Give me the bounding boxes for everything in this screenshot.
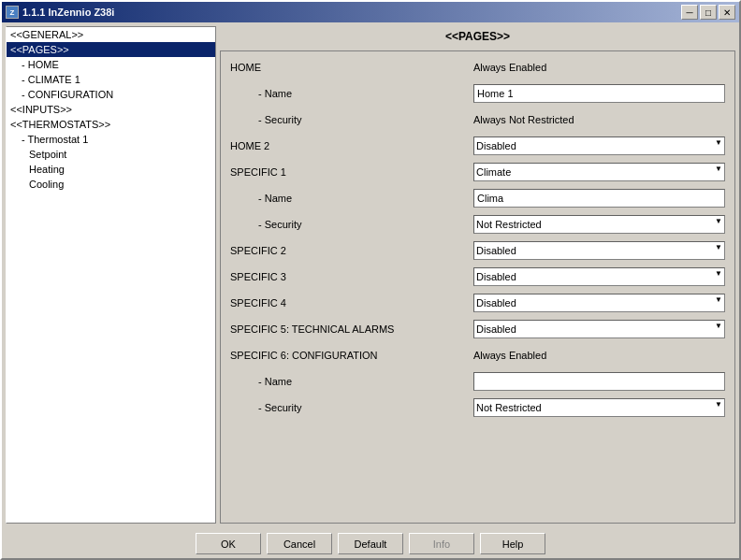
label-home2: HOME 2: [230, 140, 473, 151]
sidebar-item-thermostats[interactable]: <<THERMOSTATS>>: [7, 117, 215, 132]
value-home1-label: Always Enabled: [473, 62, 725, 73]
value-specific1-security[interactable]: Not RestrictedRestrictedAlways Not Restr…: [473, 215, 725, 234]
label-specific6-name: - Name: [230, 376, 473, 387]
titlebar-buttons: ─ □ ✕: [681, 5, 735, 20]
sidebar-item-inputs[interactable]: <<INPUTS>>: [7, 102, 215, 117]
right-panel: <<PAGES>> HOMEAlways Enabled- Name- Secu…: [220, 26, 735, 524]
select-specific3[interactable]: Always EnabledDisabledClimate: [473, 267, 725, 286]
select-wrapper-specific2: Always EnabledDisabledClimate: [473, 241, 725, 260]
select-wrapper-specific1: Always EnabledDisabledClimate: [473, 163, 725, 181]
label-specific5: SPECIFIC 5: TECHNICAL ALARMS: [230, 323, 473, 335]
value-home2[interactable]: Always EnabledDisabledClimate: [473, 136, 725, 155]
ok-button[interactable]: OK: [196, 533, 261, 554]
window-icon: Z: [6, 6, 19, 19]
sidebar: <<GENERAL>><<PAGES>>- HOME- CLIMATE 1- C…: [6, 26, 216, 524]
label-specific2: SPECIFIC 2: [230, 245, 473, 256]
label-specific3: SPECIFIC 3: [230, 271, 473, 282]
window-title: 1.1.1 InZennio Z38i: [22, 7, 114, 18]
select-wrapper-home2: Always EnabledDisabledClimate: [473, 136, 725, 155]
text-home1-label: Always Enabled: [473, 62, 546, 73]
input-home1-name-label[interactable]: [473, 84, 725, 103]
value-specific1-name[interactable]: [473, 189, 725, 208]
label-home1-name-label: - Name: [230, 88, 473, 99]
sidebar-item-configuration[interactable]: - CONFIGURATION: [7, 87, 215, 102]
info-button[interactable]: Info: [409, 533, 474, 554]
value-specific6-security[interactable]: Not RestrictedRestrictedAlways Not Restr…: [473, 398, 725, 417]
titlebar: Z 1.1.1 InZennio Z38i ─ □ ✕: [2, 2, 739, 22]
label-specific1-name: - Name: [230, 193, 473, 204]
label-home1-label: HOME: [230, 62, 473, 73]
text-home1-security-label: Always Not Restricted: [473, 114, 574, 125]
value-specific2[interactable]: Always EnabledDisabledClimate: [473, 241, 725, 260]
select-wrapper-specific5: Always EnabledDisabledClimate: [473, 320, 725, 338]
value-specific6-name[interactable]: [473, 372, 725, 391]
help-button[interactable]: Help: [480, 533, 545, 554]
form-row-specific1-name: - Name: [230, 188, 725, 208]
select-wrapper-specific3: Always EnabledDisabledClimate: [473, 267, 725, 286]
cancel-button[interactable]: Cancel: [267, 533, 332, 554]
form-row-specific6-name: - Name: [230, 371, 725, 392]
select-specific5[interactable]: Always EnabledDisabledClimate: [473, 320, 725, 338]
value-home1-security-label: Always Not Restricted: [473, 114, 725, 125]
value-specific6: Always Enabled: [473, 350, 725, 361]
value-specific5[interactable]: Always EnabledDisabledClimate: [473, 320, 725, 338]
value-home1-name-label[interactable]: [473, 84, 725, 103]
sidebar-item-climate1[interactable]: - CLIMATE 1: [7, 72, 215, 87]
form-row-specific6: SPECIFIC 6: CONFIGURATIONAlways Enabled: [230, 345, 725, 366]
form-row-specific5: SPECIFIC 5: TECHNICAL ALARMSAlways Enabl…: [230, 319, 725, 339]
close-button[interactable]: ✕: [719, 5, 735, 20]
label-home1-security-label: - Security: [230, 114, 473, 125]
label-specific6: SPECIFIC 6: CONFIGURATION: [230, 350, 473, 361]
form-row-home1-label: HOMEAlways Enabled: [230, 57, 725, 78]
form-row-specific1: SPECIFIC 1Always EnabledDisabledClimate: [230, 162, 725, 182]
label-specific1-security: - Security: [230, 219, 473, 230]
sidebar-item-setpoint[interactable]: Setpoint: [7, 147, 215, 162]
label-specific6-security: - Security: [230, 402, 473, 413]
text-specific6: Always Enabled: [473, 350, 546, 361]
sidebar-item-thermostat1[interactable]: - Thermostat 1: [7, 132, 215, 147]
select-wrapper-specific4: Always EnabledDisabledClimate: [473, 294, 725, 312]
pages-header: <<PAGES>>: [220, 26, 735, 47]
label-specific4: SPECIFIC 4: [230, 297, 473, 309]
main-content: <<GENERAL>><<PAGES>>- HOME- CLIMATE 1- C…: [2, 22, 739, 527]
select-home2[interactable]: Always EnabledDisabledClimate: [473, 136, 725, 155]
select-specific1[interactable]: Always EnabledDisabledClimate: [473, 163, 725, 181]
select-wrapper-specific6-security: Not RestrictedRestrictedAlways Not Restr…: [473, 398, 725, 417]
select-specific2[interactable]: Always EnabledDisabledClimate: [473, 241, 725, 260]
form-row-specific6-security: - SecurityNot RestrictedRestrictedAlways…: [230, 397, 725, 418]
input-specific1-name[interactable]: [473, 189, 725, 208]
select-specific1-security[interactable]: Not RestrictedRestrictedAlways Not Restr…: [473, 215, 725, 234]
sidebar-item-home[interactable]: - HOME: [7, 57, 215, 72]
select-specific4[interactable]: Always EnabledDisabledClimate: [473, 294, 725, 312]
sidebar-item-general[interactable]: <<GENERAL>>: [7, 27, 215, 42]
label-specific1: SPECIFIC 1: [230, 166, 473, 178]
main-window: Z 1.1.1 InZennio Z38i ─ □ ✕ <<GENERAL>><…: [0, 0, 741, 560]
bottom-bar: OK Cancel Default Info Help: [2, 527, 739, 558]
form-row-home2: HOME 2Always EnabledDisabledClimate: [230, 136, 725, 156]
sidebar-item-pages[interactable]: <<PAGES>>: [7, 42, 215, 57]
select-wrapper-specific1-security: Not RestrictedRestrictedAlways Not Restr…: [473, 215, 725, 234]
form-row-specific3: SPECIFIC 3Always EnabledDisabledClimate: [230, 266, 725, 287]
select-specific6-security[interactable]: Not RestrictedRestrictedAlways Not Restr…: [473, 398, 725, 417]
form-row-home1-name-label: - Name: [230, 83, 725, 104]
value-specific4[interactable]: Always EnabledDisabledClimate: [473, 294, 725, 312]
value-specific3[interactable]: Always EnabledDisabledClimate: [473, 267, 725, 286]
form-row-specific4: SPECIFIC 4Always EnabledDisabledClimate: [230, 293, 725, 313]
value-specific1[interactable]: Always EnabledDisabledClimate: [473, 163, 725, 181]
form-area: HOMEAlways Enabled- Name- SecurityAlways…: [220, 50, 735, 524]
form-row-home1-security-label: - SecurityAlways Not Restricted: [230, 109, 725, 130]
sidebar-item-cooling[interactable]: Cooling: [7, 177, 215, 192]
form-row-specific1-security: - SecurityNot RestrictedRestrictedAlways…: [230, 214, 725, 235]
input-specific6-name[interactable]: [473, 372, 725, 391]
minimize-button[interactable]: ─: [681, 5, 698, 20]
sidebar-item-heating[interactable]: Heating: [7, 162, 215, 177]
maximize-button[interactable]: □: [700, 5, 717, 20]
default-button[interactable]: Default: [338, 533, 403, 554]
form-row-specific2: SPECIFIC 2Always EnabledDisabledClimate: [230, 240, 725, 261]
